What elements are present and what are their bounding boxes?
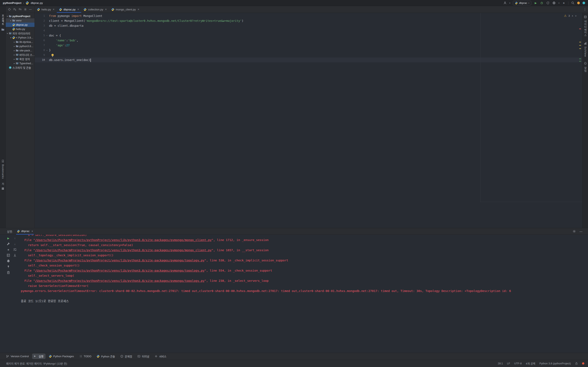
fold-icon[interactable]: ▾ (45, 33, 49, 38)
project-tree-item[interactable]: ▾pythonProject (6, 14, 35, 18)
project-tree-item[interactable]: dbprac.py (6, 23, 35, 27)
project-tree-item[interactable]: ▸python3.8... (6, 44, 35, 48)
update-indicator-icon[interactable] (577, 2, 580, 4)
inspection-widget[interactable]: ⚠ 3 ∧ ∨ (564, 14, 577, 17)
stack-trace-link[interactable]: /Users/hojin/PycharmProjects/pythonProje… (35, 238, 212, 242)
stack-trace-link[interactable]: /Users/hojin/PycharmProjects/pythonProje… (35, 249, 212, 252)
collapse-all-icon[interactable] (18, 8, 22, 11)
expand-all-icon[interactable] (13, 8, 16, 11)
more-options-icon[interactable]: ⋮ (582, 6, 588, 13)
gear-icon[interactable] (24, 8, 27, 11)
profiler-button[interactable] (552, 1, 556, 5)
code-text[interactable]: doc = { (49, 33, 61, 38)
chevron-right-icon[interactable]: ▸ (13, 62, 16, 64)
code-text[interactable]: } (49, 48, 51, 53)
profile-avatar-icon[interactable] (582, 2, 585, 4)
tool-strip-notifications-button[interactable]: 알림 (583, 62, 587, 72)
chevron-down-icon[interactable]: ∨ (575, 15, 577, 17)
code-text[interactable]: 'name':'bob', (49, 38, 78, 43)
coverage-button[interactable] (546, 1, 550, 5)
code-line[interactable]: 4 (35, 28, 582, 33)
scroll-to-end-icon[interactable] (13, 253, 17, 257)
chevron-right-icon[interactable]: ▸ (9, 20, 12, 22)
console-output[interactable]: s = self._ensure_session(session) File "… (19, 235, 588, 353)
code-with-me-user-icon[interactable] (503, 1, 507, 5)
fold-icon[interactable]: ▴ (45, 48, 49, 53)
code-text[interactable]: db = client.dbsparta (49, 23, 84, 28)
project-tree-item[interactable]: ▸site-pack... (6, 48, 35, 53)
error-stripe-mark[interactable] (579, 45, 581, 46)
project-tree-item[interactable]: ▾외부 라이브러리 (6, 31, 35, 35)
editor-tab[interactable]: hello.py× (35, 6, 57, 13)
edit-configuration-icon[interactable] (7, 242, 10, 246)
editor-tab[interactable]: mongo_client.py× (109, 6, 142, 13)
code-line[interactable]: 2client = MongoClient('mongodb+srv://tes… (35, 18, 582, 23)
editor-tab[interactable]: dbprac.py× (57, 6, 81, 13)
tool-window-button[interactable]: ▶실행 (32, 354, 45, 359)
chevron-up-icon[interactable]: ∧ (572, 15, 573, 17)
chevron-down-icon[interactable]: ▾ (9, 37, 12, 39)
project-tree-item[interactable]: ▸바이너리 스... (6, 53, 35, 57)
hide-panel-icon[interactable]: — (29, 8, 32, 11)
python-interpreter[interactable]: Python 3.8 (pythonProject) (539, 362, 571, 365)
breadcrumb-file[interactable]: dbprac.py (31, 1, 43, 4)
code-text[interactable]: 'age':27 (49, 43, 70, 48)
breadcrumb-project[interactable]: pythonProject (3, 1, 21, 4)
tool-window-button[interactable]: TODO (77, 354, 93, 359)
line-separator[interactable]: LF (507, 362, 510, 365)
project-tree-item[interactable]: 스크래치 및 콘솔 (6, 66, 35, 70)
pin-tab-icon[interactable] (7, 265, 10, 268)
code-line[interactable]: 10db.users.insert_one(doc) (35, 58, 582, 62)
code-line[interactable]: 7 'age':27 (35, 43, 582, 48)
code-text[interactable] (49, 53, 54, 58)
chevron-right-icon[interactable]: ▸ (13, 41, 16, 43)
soft-wrap-icon[interactable] (13, 248, 17, 251)
chevron-right-icon[interactable]: ▸ (13, 45, 16, 47)
tool-window-button[interactable]: Python Packages (47, 354, 76, 359)
project-tree-item[interactable]: ▸확장 정의 (6, 57, 35, 61)
chevron-right-icon[interactable]: ▸ (13, 50, 16, 52)
stop-button[interactable]: ■ (562, 1, 566, 5)
code-line[interactable]: 8▴} (35, 48, 582, 53)
minimize-panel-icon[interactable]: — (579, 230, 583, 233)
close-icon[interactable]: × (105, 8, 107, 11)
stack-trace-link[interactable]: /Users/hojin/PycharmProjects/pythonProje… (35, 269, 204, 272)
close-icon[interactable]: × (31, 230, 33, 233)
tool-strip-sciview-button[interactable]: SciView (584, 42, 587, 57)
restore-layout-icon[interactable] (7, 253, 10, 257)
code-line[interactable]: 5▾doc = { (35, 33, 582, 38)
code-line[interactable]: 3db = client.dbsparta (35, 23, 582, 28)
tool-window-button[interactable]: Python 콘솔 (95, 354, 117, 359)
tool-strip-bookmarks-button[interactable]: Bookmarks (1, 159, 4, 179)
error-stripe-mark[interactable] (579, 42, 581, 42)
intention-bulb-icon[interactable] (52, 54, 54, 56)
error-stripe-mark[interactable] (579, 48, 581, 49)
close-icon[interactable]: × (77, 8, 79, 11)
select-opened-file-icon[interactable] (8, 8, 11, 11)
indent-style[interactable]: 4개 공백 (526, 361, 535, 365)
code-line[interactable]: 6 'name':'bob', (35, 38, 582, 43)
debug-button[interactable] (540, 1, 544, 5)
chevron-right-icon[interactable]: ▸ (13, 54, 16, 56)
editor[interactable]: 1from pymongo import MongoClient2client … (35, 13, 582, 228)
caret-position[interactable]: 28:1 (498, 362, 503, 365)
folder-icon[interactable] (1, 28, 4, 31)
down-stack-trace-icon[interactable]: ↓ (13, 242, 17, 246)
encoding[interactable]: UTF-8 (514, 362, 522, 365)
tool-window-button[interactable]: 문제점 (118, 354, 134, 359)
chevron-right-icon[interactable]: ▸ (13, 58, 16, 60)
error-stripe-mark[interactable] (579, 61, 581, 62)
up-stack-trace-icon[interactable]: ↑ (13, 236, 17, 240)
search-everywhere-icon[interactable] (571, 1, 575, 5)
notification-dot-icon[interactable] (582, 362, 584, 365)
print-icon[interactable] (7, 259, 10, 263)
project-tree-item[interactable]: hello.py (6, 27, 35, 31)
editor-tab[interactable]: collection.py× (81, 6, 109, 13)
project-tree-item[interactable]: ▾< Python 3.8... (6, 35, 35, 40)
rerun-button[interactable]: ▶ (7, 236, 10, 240)
run-tab[interactable]: dbprac × (16, 228, 34, 234)
chevron-down-icon[interactable]: ▾ (6, 15, 9, 17)
project-tree-item[interactable]: ▸venv (6, 18, 35, 23)
tool-strip-bottom-button[interactable]: 저 (1, 183, 5, 191)
chevron-down-icon[interactable]: ▾ (6, 33, 9, 34)
